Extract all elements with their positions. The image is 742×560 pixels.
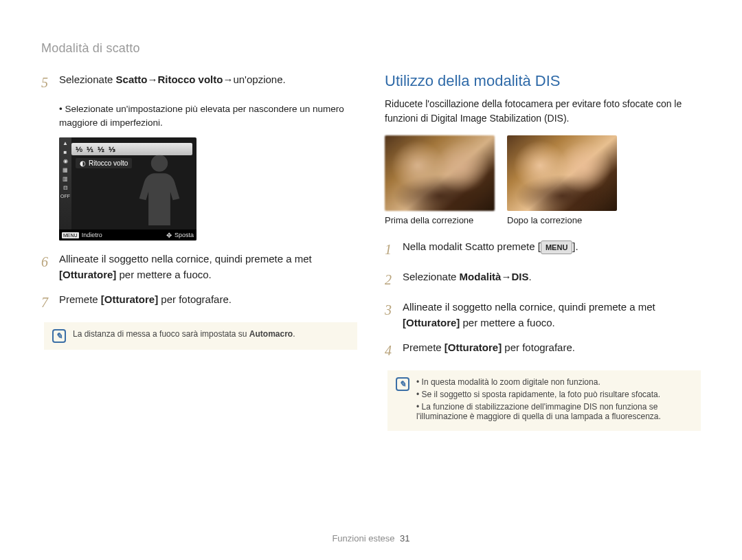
step1-text-b: ]. xyxy=(572,240,578,252)
step-number: 2 xyxy=(385,269,394,290)
left-column: 5 Selezionate Scatto → Ritocco volto → u… xyxy=(41,72,357,431)
step4-text-c: per fotografare. xyxy=(502,341,575,353)
photo-caption-after: Dopo la correzione xyxy=(507,215,617,225)
step2-bold-dis: DIS xyxy=(511,271,528,282)
step-number: 1 xyxy=(385,239,394,260)
footer-page: 31 xyxy=(400,533,409,544)
step-6: 6 Allineate il soggetto nella cornice, q… xyxy=(41,251,357,282)
lcd-option: ⅟₁ xyxy=(87,146,93,153)
step4-bold: [Otturatore] xyxy=(445,341,502,353)
arrow-icon: → xyxy=(501,269,511,285)
step-3: 3 Allineate il soggetto nella cornice, q… xyxy=(385,300,701,331)
step-number: 3 xyxy=(385,300,394,331)
note-item: In questa modalità lo zoom digitale non … xyxy=(416,377,693,387)
step5-bold-ritocco: Ritocco volto xyxy=(157,74,223,85)
menu-button-icon: MENU xyxy=(541,240,572,255)
step3-text-a: Allineate il soggetto nella cornice, qui… xyxy=(403,301,655,313)
note-list: In questa modalità lo zoom digitale non … xyxy=(416,377,693,424)
step7-bold: [Otturatore] xyxy=(101,293,158,305)
step2-tail: . xyxy=(528,271,531,282)
breadcrumb: Modalità di scatto xyxy=(41,41,701,56)
photo-after xyxy=(507,135,617,211)
menu-chip: MENU xyxy=(62,232,79,238)
arrow-icon: → xyxy=(147,72,157,88)
step3-text-c: per mettere a fuoco. xyxy=(460,317,554,328)
lcd-sidebar-icon: ▥ xyxy=(63,176,68,182)
step-number: 7 xyxy=(41,292,51,313)
camera-lcd: ▲ ■ ◉ ▦ ▥ ⊟ OFF ⅟₀ ⅟₁ ⅟₂ ⅟₃ ◐Ritocco vol… xyxy=(59,137,196,240)
note-icon: ✎ xyxy=(396,377,409,391)
lcd-back-label: Indietro xyxy=(82,232,102,238)
lcd-sidebar-icon: ▦ xyxy=(63,167,68,173)
step5-text-a: Selezionate xyxy=(59,74,116,85)
step7-text-a: Premete xyxy=(59,293,101,305)
substep-5: Selezionate un'impostazione più elevata … xyxy=(59,102,357,129)
step3-bold: [Otturatore] xyxy=(403,317,460,328)
note-box-left: ✎ La distanza di messa a fuoco sarà impo… xyxy=(44,322,357,350)
step1-text-a: Nella modalit Scatto premete [ xyxy=(403,240,541,252)
lcd-sidebar: ▲ ■ ◉ ▦ ▥ ⊟ OFF xyxy=(59,137,71,240)
step-5: 5 Selezionate Scatto → Ritocco volto → u… xyxy=(41,72,357,93)
section-title: Utilizzo della modalità DIS xyxy=(385,72,701,90)
step-number: 6 xyxy=(41,251,51,282)
step5-bold-scatto: Scatto xyxy=(116,74,148,85)
step-2: 2 Selezionate Modalità → DIS. xyxy=(385,269,701,290)
step6-bold: [Otturatore] xyxy=(59,269,116,280)
photo-comparison: Prima della correzione Dopo la correzion… xyxy=(385,135,701,225)
step-number: 5 xyxy=(41,72,51,93)
note-item: Se il soggetto si sposta rapidamente, la… xyxy=(416,390,693,399)
lcd-bottom-bar: MENU Indietro Sposta xyxy=(59,229,196,240)
lcd-option: ⅟₃ xyxy=(109,146,115,153)
step5-text-tail: un'opzione. xyxy=(233,74,285,85)
step6-text-a: Allineate il soggetto nella cornice, qui… xyxy=(59,253,312,265)
lcd-option: ⅟₀ xyxy=(76,146,82,153)
step4-text-a: Premete xyxy=(403,341,445,353)
lcd-option: ⅟₂ xyxy=(98,146,104,153)
step2-text-a: Selezionate xyxy=(403,271,460,282)
step-1: 1 Nella modalit Scatto premete [MENU]. xyxy=(385,239,701,260)
note-icon: ✎ xyxy=(52,329,66,343)
lcd-sidebar-icon: ▲ xyxy=(63,140,68,146)
lcd-mode-label: ◐Ritocco volto xyxy=(76,158,132,168)
lcd-sidebar-icon: ◉ xyxy=(63,158,68,164)
right-column: Utilizzo della modalità DIS Riducete l'o… xyxy=(385,72,701,431)
lcd-sidebar-icon: OFF xyxy=(60,194,70,199)
lcd-sidebar-icon: ■ xyxy=(64,149,67,155)
section-description: Riducete l'oscillazione della fotocamera… xyxy=(385,97,701,126)
step-4: 4 Premete [Otturatore] per fotografare. xyxy=(385,340,701,361)
note-box-right: ✎ In questa modalità lo zoom digitale no… xyxy=(387,370,701,431)
step7-text-c: per fotografare. xyxy=(158,293,232,305)
footer-label: Funzioni estese xyxy=(332,533,394,544)
photo-caption-before: Prima della correzione xyxy=(385,215,495,225)
photo-before xyxy=(385,135,495,211)
step-7: 7 Premete [Otturatore] per fotografare. xyxy=(41,292,357,313)
step6-text-c: per mettere a fuoco. xyxy=(116,269,211,280)
note-item: La funzione di stabilizzazione dell'imma… xyxy=(416,402,693,421)
lcd-sidebar-icon: ⊟ xyxy=(63,185,68,191)
step2-bold-modalita: Modalità xyxy=(460,271,502,282)
arrow-icon: → xyxy=(223,72,233,88)
nav-diamond-icon xyxy=(166,232,172,238)
step-number: 4 xyxy=(385,340,394,361)
lcd-move-label: Sposta xyxy=(175,232,194,238)
page-footer: Funzioni estese 31 xyxy=(0,533,742,544)
person-silhouette-icon xyxy=(132,150,187,225)
note-text: La distanza di messa a fuoco sarà impost… xyxy=(73,329,295,339)
